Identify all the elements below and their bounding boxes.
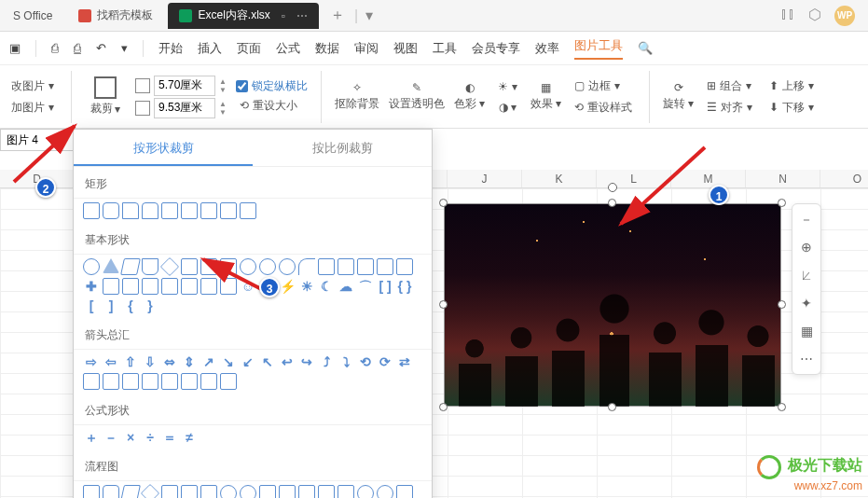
shape-flow[interactable] xyxy=(396,485,413,498)
shape-arrow[interactable] xyxy=(181,373,198,390)
shape-smiley[interactable]: ☺ xyxy=(240,278,256,295)
tab-office[interactable]: S Office xyxy=(2,3,63,29)
crop-button[interactable]: 裁剪▾ xyxy=(85,75,126,118)
shape-flow[interactable] xyxy=(141,484,159,498)
menu-efficiency[interactable]: 效率 xyxy=(535,40,559,57)
print-preview-icon[interactable]: ⎙̲ xyxy=(74,41,81,55)
shape-rect7[interactable] xyxy=(200,202,217,219)
shape-arrow[interactable] xyxy=(83,373,100,390)
shape-snip2[interactable] xyxy=(142,202,158,219)
shape-plaque[interactable] xyxy=(103,278,119,295)
shape-arc[interactable]: ⌒ xyxy=(357,278,374,295)
menu-review[interactable]: 审阅 xyxy=(354,40,379,57)
shape-bracket5[interactable]: { xyxy=(122,297,139,314)
shape-sun[interactable]: ☀ xyxy=(298,278,315,295)
undo-icon[interactable]: ↶ xyxy=(96,41,106,55)
shape-arrow[interactable] xyxy=(103,373,119,390)
save-icon[interactable]: ▣ xyxy=(9,41,21,55)
resize-handle[interactable] xyxy=(608,403,616,411)
reset-size-button[interactable]: ⟲重设大小 xyxy=(236,96,301,116)
shape-multiply[interactable]: × xyxy=(122,429,139,446)
shape-arrow[interactable] xyxy=(220,373,237,390)
shape-arrow[interactable]: ⇄ xyxy=(396,353,413,370)
color-button[interactable]: ◐色彩 ▾ xyxy=(454,81,485,112)
shape-round-rect[interactable] xyxy=(103,202,119,219)
shape-snip1[interactable] xyxy=(122,202,139,219)
shape-arrow[interactable] xyxy=(161,373,178,390)
resize-handle[interactable] xyxy=(439,403,448,411)
shape-minus[interactable]: － xyxy=(103,429,119,446)
col-header[interactable]: J xyxy=(448,170,522,187)
shape-flow[interactable] xyxy=(318,485,335,498)
shape-arrow[interactable]: ↘ xyxy=(220,353,237,370)
rotate-handle[interactable] xyxy=(608,183,617,192)
crop-tool-icon[interactable]: ⟀ xyxy=(797,266,816,284)
shape-not-equal[interactable]: ≠ xyxy=(181,429,198,446)
shape-arrow[interactable] xyxy=(122,373,139,390)
shape-arrow[interactable]: ⟲ xyxy=(357,353,374,370)
shape-heptagon[interactable] xyxy=(220,258,237,275)
shape-arrow[interactable]: ⤴ xyxy=(318,353,335,370)
shape-flow[interactable] xyxy=(200,485,217,498)
col-header[interactable]: K xyxy=(522,170,597,187)
shape-rect6[interactable] xyxy=(181,202,198,219)
menu-formula[interactable]: 公式 xyxy=(276,40,300,57)
shape-can[interactable] xyxy=(122,278,139,295)
height-input[interactable] xyxy=(154,76,215,96)
shape-arrow-l[interactable]: ⇦ xyxy=(103,353,119,370)
shape-triangle[interactable] xyxy=(103,258,119,273)
shape-cloud[interactable]: ☁ xyxy=(338,278,354,295)
shape-diamond[interactable] xyxy=(160,257,179,276)
more-icon[interactable]: ⋯ xyxy=(296,9,308,22)
shape-flow[interactable] xyxy=(161,485,178,498)
shape-equal[interactable]: ＝ xyxy=(161,429,178,446)
shape-arrow[interactable] xyxy=(200,373,217,390)
shape-dodecagon[interactable] xyxy=(279,258,296,275)
tab-templates[interactable]: 找稻壳模板 xyxy=(67,3,164,29)
reset-style-button[interactable]: ⟲重设样式 xyxy=(571,98,636,118)
col-header[interactable]: M xyxy=(671,170,746,187)
shape-arrow[interactable]: ⟳ xyxy=(377,353,393,370)
combine-button[interactable]: ⊞组合 ▾ xyxy=(703,76,755,96)
tab-excel-file[interactable]: Excel内容.xlsx ▫ ⋯ xyxy=(168,3,319,29)
resize-handle[interactable] xyxy=(778,403,786,411)
shape-cube[interactable] xyxy=(142,278,158,295)
shape-decagon[interactable] xyxy=(259,258,276,275)
border-button[interactable]: ▢边框 ▾ xyxy=(571,76,624,96)
effect-button[interactable]: ▦效果 ▾ xyxy=(530,81,561,112)
shape-donut[interactable] xyxy=(181,278,198,295)
shape-bracket6[interactable]: } xyxy=(142,297,158,314)
shape-flow[interactable] xyxy=(181,485,198,498)
shape-pentagon[interactable] xyxy=(181,258,198,275)
col-header[interactable]: N xyxy=(746,170,820,187)
resize-handle[interactable] xyxy=(778,300,786,309)
shape-arrow-u[interactable]: ⇧ xyxy=(122,353,139,370)
search-icon[interactable]: 🔍 xyxy=(638,41,653,55)
transparent-color-button[interactable]: ✎设置透明色 xyxy=(389,81,445,112)
add-tab-button[interactable]: ＋ xyxy=(321,6,354,25)
menu-data[interactable]: 数据 xyxy=(315,40,339,57)
shape-moon[interactable]: ☾ xyxy=(318,278,335,295)
menu-tools[interactable]: 工具 xyxy=(433,40,457,57)
shape-bevel[interactable] xyxy=(161,278,178,295)
shape-circle[interactable] xyxy=(83,258,100,275)
shape-rect9[interactable] xyxy=(240,202,256,219)
resize-handle[interactable] xyxy=(439,199,448,207)
col-header[interactable]: O xyxy=(820,170,868,187)
shape-no-symbol[interactable] xyxy=(200,278,217,295)
shape-plus-formula[interactable]: ＋ xyxy=(83,429,100,446)
change-picture-button[interactable]: 改图片▾ xyxy=(7,76,58,96)
zoom-out-icon[interactable]: － xyxy=(797,210,816,228)
shape-half-frame[interactable] xyxy=(377,258,393,275)
shape-arrow-ud[interactable]: ⇕ xyxy=(181,353,198,370)
shape-lightning[interactable]: ⚡ xyxy=(279,278,296,295)
shape-arrow[interactable]: ↖ xyxy=(259,353,276,370)
name-box[interactable]: 图片 4 xyxy=(0,129,75,151)
shape-flow[interactable] xyxy=(338,485,354,498)
menu-view[interactable]: 视图 xyxy=(393,40,418,57)
shape-plus[interactable]: ✚ xyxy=(83,278,100,295)
shape-flow[interactable] xyxy=(120,485,141,498)
dropdown-tabs-icon[interactable]: ▾ xyxy=(358,7,380,24)
shape-teardrop[interactable] xyxy=(338,258,354,275)
avatar[interactable]: WP xyxy=(834,6,855,26)
